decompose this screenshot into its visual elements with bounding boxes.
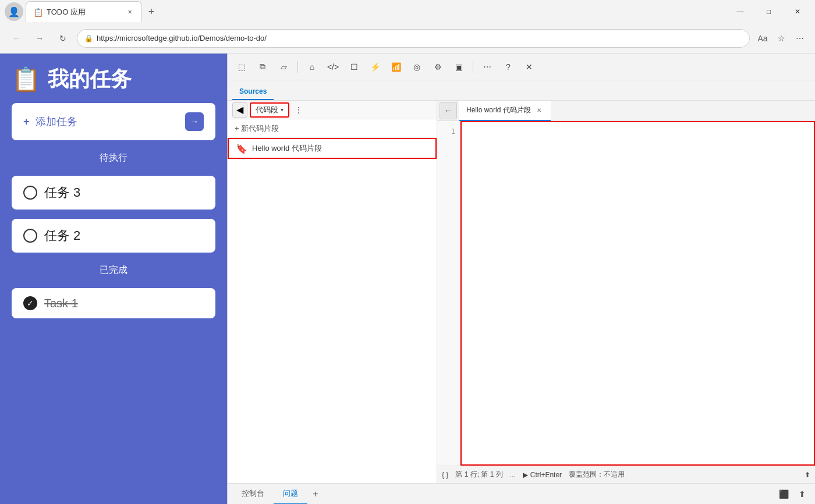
- profile-icon[interactable]: 👤: [5, 2, 23, 21]
- back-button[interactable]: ←: [7, 29, 26, 48]
- active-tab[interactable]: 📋 TODO 应用 ✕: [26, 1, 142, 22]
- code-editor-area: ← Hello world 代码片段 ✕ 1: [437, 101, 815, 483]
- dock-side-button[interactable]: ⬆: [794, 486, 810, 502]
- tab-sources[interactable]: Sources: [232, 84, 274, 100]
- lock-icon: 🔒: [84, 34, 93, 42]
- task-item-3[interactable]: 任务 3: [12, 176, 215, 210]
- upload-icon-area[interactable]: ⬆: [805, 471, 810, 479]
- run-snippet-button[interactable]: ▶ Ctrl+Enter: [523, 471, 562, 479]
- line-numbers: 1: [437, 121, 460, 466]
- code-editor: 1: [437, 121, 815, 466]
- bottom-tabs-right-buttons: ⬛ ⬆: [775, 486, 810, 502]
- pending-section-label: 待执行: [12, 152, 215, 164]
- address-input[interactable]: 🔒 https://microsoftedge.github.io/Demos/…: [77, 29, 750, 48]
- editor-active-tab[interactable]: Hello world 代码片段 ✕: [459, 101, 551, 121]
- browser-window: 👤 📋 TODO 应用 ✕ + — □ ✕ ← → ↻ 🔒 https://mi…: [0, 0, 815, 504]
- application-button[interactable]: ▣: [449, 58, 468, 76]
- task-2-text: 任务 2: [44, 227, 80, 244]
- title-bar: 👤 📋 TODO 应用 ✕ + — □ ✕: [0, 0, 815, 23]
- refresh-button[interactable]: ↻: [54, 29, 72, 48]
- inspect-element-button[interactable]: ⬚: [232, 58, 251, 76]
- code-content-area[interactable]: [460, 121, 815, 466]
- memory-button[interactable]: ⚙: [428, 58, 447, 76]
- chevron-down-icon: ▾: [281, 107, 284, 113]
- editor-tab-name: Hello world 代码片段: [466, 105, 531, 115]
- tab-title: TODO 应用: [47, 7, 122, 17]
- address-prefix: https://microsoftedge.github.io/Demos/de…: [97, 34, 267, 42]
- toolbar-separator-2: [473, 61, 473, 73]
- main-area: 📋 我的任务 + 添加任务 → 待执行 任务 3 任务 2 已完成 ✓ Task…: [0, 54, 815, 504]
- hello-world-snippet-item[interactable]: 🔖 Hello world 代码片段: [228, 138, 437, 159]
- play-icon: ▶: [523, 471, 528, 479]
- task-item-1[interactable]: ✓ Task 1: [12, 288, 215, 318]
- line-number-1: 1: [437, 126, 460, 137]
- help-button[interactable]: ?: [499, 58, 518, 76]
- devtools-status-bar: { } 第 1 行; 第 1 列 ... ▶ Ctrl+Enter 覆盖范围：不…: [437, 466, 815, 483]
- performance-button[interactable]: ◎: [408, 58, 426, 76]
- devtools-bottom-tabs: 控制台 问题 + ⬛ ⬆: [228, 483, 815, 504]
- network-button[interactable]: ☐: [345, 58, 363, 76]
- ellipsis-separator: ...: [510, 471, 516, 479]
- read-mode-button[interactable]: Aa: [754, 30, 771, 47]
- forward-button[interactable]: →: [30, 29, 49, 48]
- sources-toolbar-button[interactable]: ⚡: [366, 58, 384, 76]
- sources-back-button[interactable]: ◀: [232, 102, 247, 118]
- window-controls: — □ ✕: [727, 2, 810, 21]
- new-tab-button[interactable]: +: [142, 2, 161, 21]
- tab-bar: 📋 TODO 应用 ✕ +: [26, 0, 725, 23]
- tab-close-button[interactable]: ✕: [125, 8, 134, 17]
- add-task-plus-icon: +: [23, 116, 30, 128]
- cursor-position: 第 1 行; 第 1 列: [455, 470, 502, 480]
- editor-tab-close-button[interactable]: ✕: [534, 105, 544, 115]
- task-1-text: Task 1: [44, 297, 78, 310]
- new-snippet-button[interactable]: + 新代码片段: [228, 119, 437, 138]
- task-1-checkbox[interactable]: ✓: [23, 296, 37, 310]
- bottom-tab-issues[interactable]: 问题: [274, 484, 307, 505]
- snippets-dropdown-label: 代码段: [256, 105, 278, 115]
- todo-app-title: 我的任务: [48, 65, 132, 94]
- elements-button[interactable]: </>: [324, 58, 342, 76]
- more-tools-button[interactable]: ⋯: [792, 30, 808, 47]
- back-arrow-icon: ◀: [236, 104, 243, 115]
- sources-sidebar-toolbar: ◀ 代码段 ▾ ⋮: [228, 101, 437, 119]
- task-2-checkbox[interactable]: [23, 229, 37, 243]
- home-button[interactable]: ⌂: [303, 58, 321, 76]
- address-right-buttons: Aa ☆ ⋯: [754, 30, 808, 47]
- add-task-label: 添加任务: [36, 115, 179, 129]
- upload-icon: ⬆: [805, 471, 810, 479]
- editor-back-button[interactable]: ←: [440, 102, 457, 119]
- address-text: https://microsoftedge.github.io/Demos/de…: [97, 34, 267, 42]
- minimize-button[interactable]: —: [727, 2, 753, 21]
- device-emulation-button[interactable]: ⧉: [253, 58, 272, 76]
- maximize-button[interactable]: □: [756, 2, 782, 21]
- todo-header: 📋 我的任务: [12, 65, 215, 94]
- add-bottom-tab-button[interactable]: +: [307, 486, 324, 502]
- task-item-2[interactable]: 任务 2: [12, 219, 215, 253]
- editor-tabs: ← Hello world 代码片段 ✕: [437, 101, 815, 121]
- more-tools-devtools-button[interactable]: ⋯: [478, 58, 497, 76]
- todo-logo-icon: 📋: [12, 66, 41, 93]
- completed-section-label: 已完成: [12, 264, 215, 276]
- todo-app: 📋 我的任务 + 添加任务 → 待执行 任务 3 任务 2 已完成 ✓ Task…: [0, 54, 227, 504]
- coverage-label: 覆盖范围：不适用: [569, 470, 625, 480]
- favorites-button[interactable]: ☆: [773, 30, 789, 47]
- snippet-icon: 🔖: [236, 143, 247, 154]
- snippets-dropdown[interactable]: 代码段 ▾: [250, 102, 289, 118]
- sources-more-button[interactable]: ⋮: [292, 103, 306, 117]
- devtools-panel: ⬚ ⧉ ▱ ⌂ </> ☐ ⚡ 📶 ◎ ⚙ ▣ ⋯ ? ✕ Sources: [227, 54, 815, 504]
- close-devtools-button[interactable]: ✕: [520, 58, 538, 76]
- task-3-checkbox[interactable]: [23, 186, 37, 200]
- bottom-tab-console[interactable]: 控制台: [232, 484, 274, 505]
- dock-to-bottom-button[interactable]: ⬛: [775, 486, 792, 502]
- tab-favicon: 📋: [33, 8, 43, 17]
- devtools-toolbar: ⬚ ⧉ ▱ ⌂ </> ☐ ⚡ 📶 ◎ ⚙ ▣ ⋯ ? ✕: [228, 54, 815, 80]
- sources-sidebar: ◀ 代码段 ▾ ⋮ + 新代码片段 🔖 Hello world 代码片段: [228, 101, 437, 483]
- split-view-button[interactable]: ▱: [274, 58, 293, 76]
- close-button[interactable]: ✕: [784, 2, 810, 21]
- address-bar: ← → ↻ 🔒 https://microsoftedge.github.io/…: [0, 23, 815, 54]
- run-shortcut-label: Ctrl+Enter: [530, 471, 562, 479]
- snippet-name-label: Hello world 代码片段: [252, 143, 322, 154]
- wifi-button[interactable]: 📶: [387, 58, 405, 76]
- add-task-button[interactable]: + 添加任务 →: [12, 103, 215, 140]
- add-task-arrow-icon: →: [185, 112, 204, 131]
